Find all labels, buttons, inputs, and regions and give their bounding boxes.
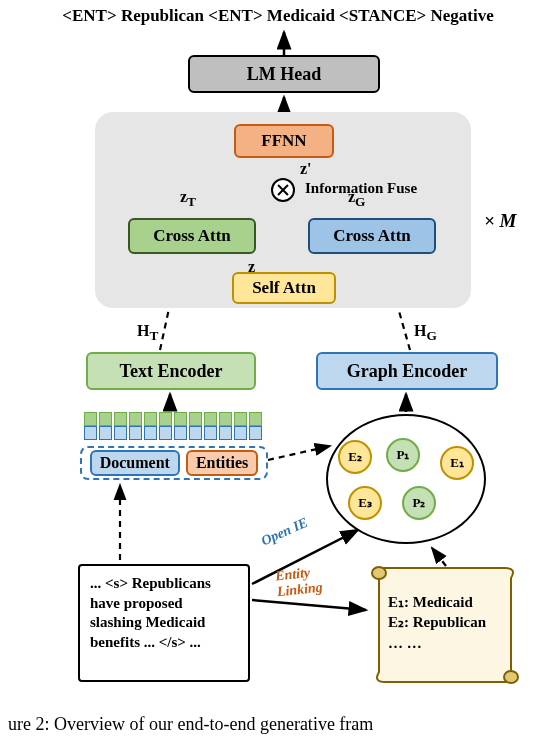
self-attention-box: Self Attn	[232, 272, 336, 304]
output-entity-2: Medicaid	[267, 6, 335, 25]
graph-node-e2: E₂	[338, 440, 372, 474]
entity-list-row-3: … …	[388, 633, 496, 653]
tag-ent-2: <ENT>	[208, 6, 262, 25]
label-z-t: zT	[180, 188, 196, 210]
knowledge-graph: E₂ P₁ E₁ E₃ P₂	[326, 414, 486, 544]
entity-list-row-2: E₂: Republican	[388, 612, 496, 632]
output-sequence: <ENT> Republican <ENT> Medicaid <STANCE>…	[0, 6, 556, 26]
label-h-t: HT	[137, 322, 158, 344]
ffnn-box: FFNN	[234, 124, 334, 158]
info-fuse-node	[271, 178, 295, 202]
label-z-g: zG	[348, 188, 365, 210]
label-z-prime: z'	[300, 160, 312, 178]
figure-caption: ure 2: Overview of our end-to-end genera…	[0, 714, 556, 735]
cross-attention-left: Cross Attn	[128, 218, 256, 254]
graph-node-e3: E₃	[348, 486, 382, 520]
graph-node-e1: E₁	[440, 446, 474, 480]
output-entity-1: Republican	[121, 6, 204, 25]
svg-point-24	[504, 671, 518, 683]
lm-head-box: LM Head	[188, 55, 380, 93]
tag-ent-1: <ENT>	[62, 6, 116, 25]
text-encoder-box: Text Encoder	[86, 352, 256, 390]
svg-line-15	[268, 446, 330, 460]
label-h-g: HG	[414, 322, 437, 344]
tag-stance: <STANCE>	[339, 6, 426, 25]
entity-linking-label: Entity Linking	[274, 564, 323, 601]
entity-list: E₁: Medicaid E₂: Republican … …	[378, 574, 506, 684]
token-embeddings	[84, 412, 262, 440]
document-box: Document	[90, 450, 180, 476]
graph-node-p1: P₁	[386, 438, 420, 472]
output-stance: Negative	[430, 6, 493, 25]
svg-line-13	[252, 600, 366, 610]
entities-box: Entities	[186, 450, 258, 476]
document-entities-input: Document Entities	[80, 446, 268, 480]
repeat-m-label: × M	[484, 210, 516, 232]
entity-list-row-1: E₁: Medicaid	[388, 592, 496, 612]
graph-encoder-box: Graph Encoder	[316, 352, 498, 390]
graph-node-p2: P₂	[402, 486, 436, 520]
source-document-box: ... <s> Republicans have proposed slashi…	[78, 564, 250, 682]
open-ie-label: Open IE	[259, 515, 311, 550]
cross-attention-right: Cross Attn	[308, 218, 436, 254]
